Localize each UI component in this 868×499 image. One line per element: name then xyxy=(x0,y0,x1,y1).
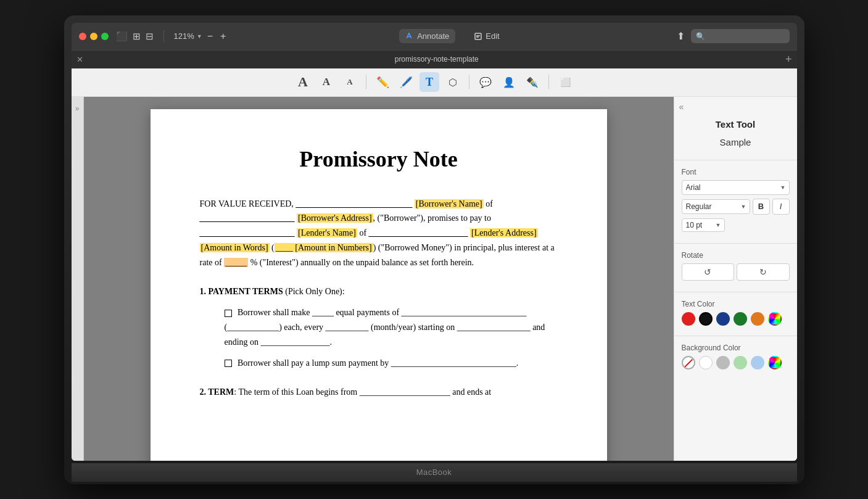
panel-toggle-icon[interactable]: ⊟ xyxy=(146,31,154,42)
font-name-select[interactable]: Arial xyxy=(682,180,790,195)
bg-color-section: Background Color xyxy=(674,339,797,377)
checkbox-2[interactable] xyxy=(225,360,232,367)
address-field-1: ______________________ xyxy=(200,211,295,226)
lender-name-field: ______________________ xyxy=(200,226,295,241)
toolbar-divider xyxy=(163,30,164,43)
borrower-name-field: ___________________________ xyxy=(296,197,412,212)
panel-collapse-button[interactable]: « xyxy=(674,97,797,117)
edit-button[interactable]: Edit xyxy=(468,29,505,43)
panel-divider-1 xyxy=(674,160,797,160)
text-color-row xyxy=(682,312,790,326)
rotate-left-button[interactable]: ↺ xyxy=(682,263,735,281)
bg-color-row xyxy=(682,356,790,369)
title-bar: ⬛ ⊞ ⊟ 121% ▼ − + Annotate xyxy=(72,23,797,50)
signature-tool[interactable]: ✒️ xyxy=(523,72,542,92)
tab-title: promissory-note-template xyxy=(88,55,785,64)
zoom-dropdown-icon[interactable]: ▼ xyxy=(197,33,202,39)
panel-title: Text Tool xyxy=(674,117,797,137)
address-field-2: _______________________ xyxy=(369,226,468,241)
font-name-row: Arial ▼ xyxy=(682,180,790,195)
text-color-label: Text Color xyxy=(682,300,790,308)
zoom-decrease-button[interactable]: − xyxy=(205,31,215,42)
panel-divider-2 xyxy=(674,243,797,244)
payment-option-2: Borrower shall pay a lump sum payment by… xyxy=(225,356,558,371)
term-section: 2. TERM: The term of this Loan begins fr… xyxy=(200,385,558,400)
zoom-control: 121% ▼ − + xyxy=(174,31,229,42)
tab-close-button[interactable]: ✕ xyxy=(76,55,83,64)
bg-color-none[interactable] xyxy=(682,356,695,369)
rotate-section-label: Rotate xyxy=(682,251,790,260)
ann-sep-1 xyxy=(366,75,366,89)
text-size-medium-tool[interactable]: A xyxy=(316,72,336,92)
pen-tool[interactable]: ✏️ xyxy=(373,72,392,92)
title-bar-center: Annotate Edit xyxy=(236,29,669,43)
pdf-body: FOR VALUE RECEIVED, ____________________… xyxy=(200,197,558,400)
rotate-row: ↺ ↻ xyxy=(682,263,790,281)
pdf-title: Promissory Note xyxy=(200,146,558,172)
italic-button[interactable]: I xyxy=(772,199,790,215)
minimize-button[interactable] xyxy=(90,33,97,40)
shape-tool[interactable]: ⬡ xyxy=(443,72,463,92)
text-color-dark-blue[interactable] xyxy=(716,312,730,326)
text-tool[interactable]: T xyxy=(420,72,439,92)
stamp-tool[interactable]: 👤 xyxy=(499,72,519,92)
redact-tool[interactable]: ⬜ xyxy=(555,72,575,92)
annotation-toolbar: A A A ✏️ 🖊️ T ⬡ 💬 👤 ✒️ ⬜ xyxy=(72,68,797,97)
text-color-orange[interactable] xyxy=(751,312,764,326)
font-size-row: 10 pt ▼ xyxy=(682,218,790,232)
panel-collapse-icon: « xyxy=(679,102,684,112)
traffic-lights xyxy=(79,33,109,40)
bg-color-rainbow[interactable] xyxy=(768,356,782,369)
checkbox-1[interactable] xyxy=(225,310,232,317)
bg-color-white[interactable] xyxy=(699,356,713,369)
share-button[interactable]: ⬆ xyxy=(677,30,685,42)
font-style-select[interactable]: Regular xyxy=(682,199,750,214)
new-tab-button[interactable]: + xyxy=(785,53,792,66)
maximize-button[interactable] xyxy=(101,33,109,40)
rotate-left-icon: ↺ xyxy=(704,267,711,277)
note-tool[interactable]: 💬 xyxy=(476,72,495,92)
payment-terms-section: 1. PAYMENT TERMS (Pick Only One): Borrow… xyxy=(200,284,558,370)
payment-option-1: Borrower shall make _____ equal payments… xyxy=(225,305,558,349)
bold-button[interactable]: B xyxy=(753,199,770,215)
ann-sep-3 xyxy=(548,75,549,89)
text-color-rainbow[interactable] xyxy=(768,312,782,326)
section1-title: 1. PAYMENT TERMS xyxy=(200,287,283,296)
section2-title: 2. TERM xyxy=(200,387,234,397)
font-section: Font Arial ▼ xyxy=(674,163,797,241)
text-size-small-tool[interactable]: A xyxy=(340,72,360,92)
highlighter-tool[interactable]: 🖊️ xyxy=(396,72,416,92)
text-color-red[interactable] xyxy=(682,312,695,326)
search-wrap: 🔍 xyxy=(691,29,790,43)
rotate-right-button[interactable]: ↻ xyxy=(737,263,790,281)
text-color-green[interactable] xyxy=(734,312,747,326)
zoom-level: 121% xyxy=(174,31,194,41)
panel-divider-3 xyxy=(674,292,797,292)
rate-field-highlight: _____ xyxy=(224,258,248,267)
panel-divider-4 xyxy=(674,336,797,336)
ann-sep-2 xyxy=(469,75,469,89)
right-panel: « Text Tool Sample Font Arial ▼ xyxy=(674,97,797,461)
sidebar-toggle-icon: » xyxy=(75,104,80,113)
main-content: » Promissory Note FOR VALUE RECEIVED, __… xyxy=(72,97,797,461)
bg-color-light-blue[interactable] xyxy=(751,356,764,369)
svg-rect-0 xyxy=(475,33,481,39)
text-color-black[interactable] xyxy=(699,312,713,326)
macbook-label: MacBook xyxy=(416,468,452,477)
borrower-address-highlight: [Borrower's Address] xyxy=(297,213,373,223)
search-input[interactable] xyxy=(691,29,790,43)
bg-color-light-gray[interactable] xyxy=(716,356,730,369)
bg-color-light-green[interactable] xyxy=(734,356,747,369)
close-button[interactable] xyxy=(79,33,86,40)
grid-view-icon[interactable]: ⊞ xyxy=(133,31,141,42)
window-toolbar-icons: ⬛ ⊞ ⊟ xyxy=(116,31,154,42)
pdf-viewer[interactable]: Promissory Note FOR VALUE RECEIVED, ____… xyxy=(84,97,674,461)
font-size-select[interactable]: 10 pt xyxy=(682,218,725,232)
text-size-large-tool[interactable]: A xyxy=(293,72,313,92)
sidebar-collapse-button[interactable]: » xyxy=(72,97,84,461)
sidebar-toggle-icon[interactable]: ⬛ xyxy=(116,31,128,42)
zoom-increase-button[interactable]: + xyxy=(218,31,228,42)
rotate-section: Rotate ↺ ↻ xyxy=(674,246,797,289)
font-section-label: Font xyxy=(682,168,790,176)
annotate-button[interactable]: Annotate xyxy=(399,29,455,43)
